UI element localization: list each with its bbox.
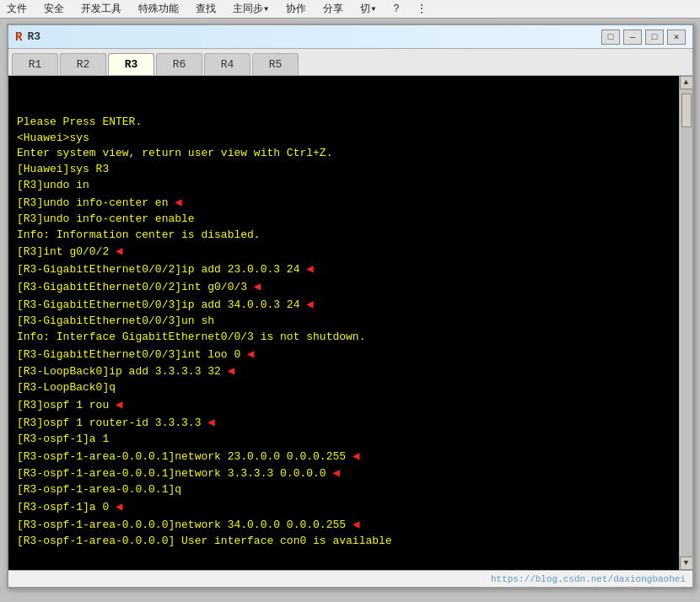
terminal-wrapper: Please Press ENTER.<Huawei>sysEnter syst…	[8, 76, 692, 570]
terminal-line: Please Press ENTER.	[17, 115, 670, 131]
terminal-line: [R3]undo info-center enable	[17, 212, 670, 228]
terminal-line: [R3-LoopBack0]q	[17, 380, 670, 396]
terminal-line: [R3-GigabitEthernet0/0/3]ip add 34.0.0.3…	[17, 296, 670, 314]
terminal-line: Info: Interface GigabitEthernet0/0/3 is …	[17, 330, 670, 346]
arrow-icon: ◀	[247, 347, 254, 361]
arrow-icon: ◀	[332, 466, 339, 480]
menu-special[interactable]: 特殊功能	[135, 2, 182, 16]
title-bar-buttons: □ — □ ✕	[601, 30, 686, 45]
tab-r6[interactable]: R6	[156, 53, 202, 75]
scrollbar[interactable]: ▲ ▼	[679, 76, 692, 570]
terminal-line: [R3-ospf-1-area-0.0.0.1]network 23.0.0.0…	[17, 448, 670, 465]
terminal-line: [R3-ospf-1-area-0.0.0.0]network 34.0.0.0…	[17, 516, 670, 534]
terminal-line: [R3]undo in	[17, 178, 670, 194]
terminal-line: [R3-GigabitEthernet0/0/2]int g0/0/3 ◀	[17, 278, 670, 296]
scroll-track	[681, 89, 692, 556]
terminal-line: [R3]ospf 1 rou ◀	[17, 396, 670, 414]
tab-bar: R1 R2 R3 R6 R4 R5	[8, 49, 692, 76]
status-bar: https://blog.csdn.net/daxiongbaohei	[8, 570, 692, 587]
terminal-line: [R3-ospf-1-area-0.0.0.1]q	[17, 482, 670, 498]
menu-sync[interactable]: 主同步▾	[229, 2, 272, 16]
terminal-line: [R3-GigabitEthernet0/0/3]un sh	[17, 314, 670, 330]
terminal-line: [R3-GigabitEthernet0/0/2]ip add 23.0.0.3…	[17, 261, 670, 278]
restore-button[interactable]: □	[601, 30, 620, 45]
main-window: R R3 □ — □ ✕ R1 R2 R3 R6 R4 R5 Please Pr…	[7, 24, 694, 589]
menu-more[interactable]: ⋮	[413, 3, 430, 15]
watermark-url: https://blog.csdn.net/daxiongbaohei	[491, 574, 686, 584]
terminal-line: [R3-GigabitEthernet0/0/3]int loo 0 ◀	[17, 346, 670, 363]
window-title: R3	[27, 30, 40, 43]
menu-devtools[interactable]: 开发工具	[78, 2, 125, 16]
tab-r5[interactable]: R5	[252, 53, 299, 75]
terminal-line: [R3-ospf-1]a 0 ◀	[17, 498, 670, 516]
terminal-line: [R3-LoopBack0]ip add 3.3.3.3 32 ◀	[17, 363, 670, 380]
scroll-up-button[interactable]: ▲	[680, 76, 693, 89]
arrow-icon: ◀	[353, 518, 359, 531]
terminal-line: Enter system view, return user view with…	[17, 146, 670, 162]
terminal-line: [R3]undo info-center en ◀	[17, 194, 670, 212]
tab-r1[interactable]: R1	[12, 53, 58, 75]
maximize-button[interactable]: □	[645, 30, 664, 45]
arrow-icon: ◀	[116, 398, 122, 411]
arrow-icon: ◀	[306, 298, 313, 311]
arrow-icon: ◀	[254, 280, 261, 293]
minimize-button[interactable]: —	[623, 30, 642, 45]
terminal-line: [R3-ospf-1-area-0.0.0.0] User interface …	[17, 534, 670, 550]
terminal-line: [R3]int g0/0/2 ◀	[17, 243, 670, 261]
menu-share[interactable]: 分享	[320, 2, 347, 16]
menu-bar: 文件 安全 开发工具 特殊功能 查找 主同步▾ 协作 分享 切▾ ? ⋮	[0, 0, 700, 19]
menu-file[interactable]: 文件	[3, 2, 30, 16]
terminal-line: [R3-ospf-1]a 1	[17, 432, 670, 448]
menu-security[interactable]: 安全	[40, 2, 67, 16]
menu-collab[interactable]: 协作	[283, 2, 310, 16]
scroll-down-button[interactable]: ▼	[680, 556, 693, 570]
window-icon: R	[15, 30, 22, 44]
menu-help[interactable]: ?	[390, 3, 402, 15]
tab-r2[interactable]: R2	[60, 53, 106, 75]
arrow-icon: ◀	[175, 196, 181, 209]
terminal-line: [R3]ospf 1 router-id 3.3.3.3 ◀	[17, 414, 670, 432]
terminal-line: <Huawei>sys	[17, 131, 670, 147]
menu-search[interactable]: 查找	[192, 2, 219, 16]
tab-r3[interactable]: R3	[108, 53, 154, 75]
terminal-line: [R3-ospf-1-area-0.0.0.1]network 3.3.3.3 …	[17, 465, 670, 482]
tab-r4[interactable]: R4	[204, 53, 250, 75]
title-bar-left: R R3	[15, 30, 40, 44]
title-bar: R R3 □ — □ ✕	[8, 25, 692, 49]
arrow-icon: ◀	[116, 245, 122, 258]
arrow-icon: ◀	[306, 262, 313, 276]
menu-cut[interactable]: 切▾	[357, 2, 380, 16]
close-button[interactable]: ✕	[667, 30, 686, 45]
arrow-icon: ◀	[207, 416, 214, 429]
terminal-line: Info: Information center is disabled.	[17, 228, 670, 244]
terminal-line: [Huawei]sys R3	[17, 162, 670, 178]
arrow-icon: ◀	[116, 500, 122, 513]
terminal-output[interactable]: Please Press ENTER.<Huawei>sysEnter syst…	[8, 76, 679, 570]
arrow-icon: ◀	[228, 364, 234, 378]
arrow-icon: ◀	[353, 449, 359, 463]
scroll-thumb[interactable]	[681, 94, 692, 127]
